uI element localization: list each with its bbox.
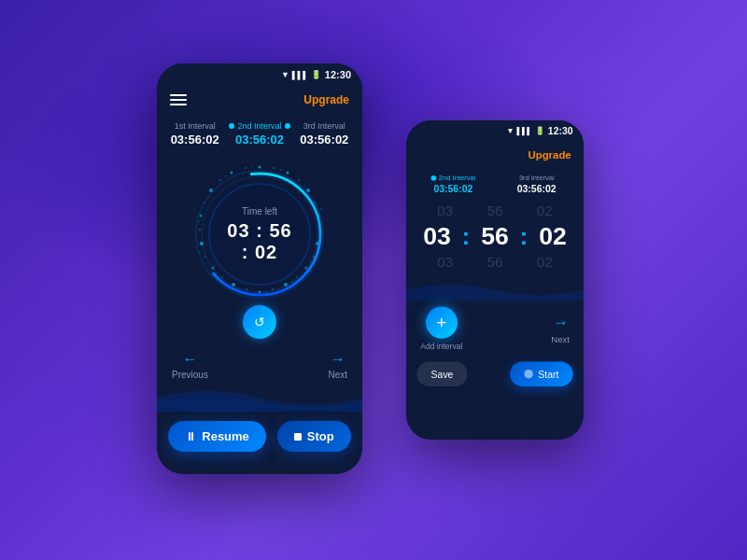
sec-interval-3-label: 3rd Interval <box>495 174 578 182</box>
scroll-row-dim-top: 03 56 02 <box>428 201 562 220</box>
status-bar-secondary: ▼ ▌▌▌ 🔋 12:30 <box>406 120 584 142</box>
start-label: Start <box>538 369 558 379</box>
pause-icon: ⏸ <box>185 430 196 443</box>
secondary-actions: Save Start <box>406 357 584 398</box>
interval-2-dot2 <box>285 123 290 129</box>
colon1: : <box>462 222 471 250</box>
seconds-active: 02 <box>535 222 571 250</box>
svg-point-28 <box>280 169 282 171</box>
hours-active: 03 <box>419 222 455 250</box>
phone-secondary: ▼ ▌▌▌ 🔋 12:30 Upgrade 2nd Interval 03:56… <box>406 120 584 440</box>
scroll-row-dim-bottom: 03 56 02 <box>428 253 562 273</box>
start-button[interactable]: Start <box>510 361 573 386</box>
timer-circle: Time left 03 : 56 : 02 <box>185 160 334 309</box>
timer-area: Time left 03 : 56 : 02 ↺ <box>157 150 362 347</box>
intervals-row-secondary: 2nd Interval 03:56:02 3rd Interval 03:56… <box>406 168 584 197</box>
interval-3-label: 3rd Interval <box>292 121 357 131</box>
add-interval-button[interactable]: + <box>426 307 458 339</box>
time-left-label: Time left <box>222 206 297 217</box>
interval-3-time: 03:56:02 <box>292 133 357 147</box>
sec-interval-2-time: 03:56:02 <box>412 183 495 193</box>
wifi-icon: ▼ <box>281 70 289 79</box>
next-area-secondary[interactable]: → Next <box>551 314 570 343</box>
prev-arrow-icon: ← <box>182 351 197 368</box>
interval-1-label: 1st Interval <box>162 121 227 131</box>
save-button[interactable]: Save <box>416 361 467 386</box>
interval-2[interactable]: 2nd Interval 03:56:02 <box>227 121 291 147</box>
svg-point-0 <box>259 166 261 169</box>
next-button[interactable]: → Next <box>328 351 347 380</box>
hours-dim-top: 03 <box>428 203 463 218</box>
interval-3[interactable]: 3rd Interval 03:56:02 <box>292 121 357 147</box>
app-header-main: Upgrade <box>157 86 362 114</box>
signal-icon-sec: ▌▌▌ <box>517 127 532 135</box>
phone-main: ▼ ▌▌▌ 🔋 12:30 Upgrade 1st Interval 03:56… <box>157 63 362 474</box>
app-header-secondary: Upgrade <box>406 142 584 169</box>
next-label-sec: Next <box>551 334 570 343</box>
interval-2-dot <box>229 123 234 129</box>
scroll-row-active[interactable]: 03 : 56 : 02 <box>419 220 571 252</box>
status-bar-main: ▼ ▌▌▌ 🔋 12:30 <box>157 63 362 86</box>
add-interval-area: + Add interval <box>420 307 462 352</box>
battery-icon: 🔋 <box>311 70 321 79</box>
colon2: : <box>520 222 529 250</box>
status-icons-secondary: ▼ ▌▌▌ 🔋 <box>506 127 544 136</box>
add-interval-label: Add interval <box>420 343 462 352</box>
previous-button[interactable]: ← Previous <box>172 351 208 380</box>
battery-icon-sec: 🔋 <box>535 127 544 136</box>
resume-label: Resume <box>202 429 249 443</box>
svg-point-1 <box>273 167 275 169</box>
refresh-icon: ↺ <box>254 315 265 329</box>
svg-point-25 <box>219 179 221 181</box>
sec-interval-3[interactable]: 3rd Interval 03:56:02 <box>495 174 578 194</box>
time-display-main: 03 : 56 : 02 <box>222 220 297 263</box>
wave-decoration <box>157 384 362 412</box>
scroll-time-picker: 03 56 02 03 : 56 : 02 03 56 02 <box>406 198 584 276</box>
secs-dim-bottom: 02 <box>527 254 562 270</box>
wave-decoration-sec <box>406 279 584 301</box>
action-buttons-main: ⏸ Resume Stop <box>157 412 362 465</box>
upgrade-button[interactable]: Upgrade <box>303 93 349 106</box>
stop-label: Stop <box>307 429 334 443</box>
hours-dim-bottom: 03 <box>428 254 463 270</box>
upgrade-button-secondary[interactable]: Upgrade <box>528 148 571 161</box>
next-label: Next <box>328 370 347 380</box>
next-arrow-sec-icon: → <box>552 314 568 332</box>
svg-point-38 <box>198 221 200 223</box>
sec-interval-3-time: 03:56:02 <box>495 183 578 193</box>
interval-2-time: 03:56:02 <box>227 133 291 147</box>
intervals-row: 1st Interval 03:56:02 2nd Interval 03:56… <box>157 114 362 150</box>
stop-icon <box>294 433 302 441</box>
minutes-active: 56 <box>477 222 513 250</box>
sec-interval-2[interactable]: 2nd Interval 03:56:02 <box>412 174 495 194</box>
start-dot-icon <box>524 370 533 379</box>
svg-point-13 <box>272 288 274 290</box>
sec-interval-2-label: 2nd Interval <box>412 174 495 182</box>
nav-buttons: ← Previous → Next <box>157 347 362 384</box>
svg-point-41 <box>251 165 253 167</box>
svg-point-27 <box>245 167 247 169</box>
svg-point-29 <box>303 185 305 187</box>
refresh-button[interactable]: ↺ <box>243 305 276 339</box>
previous-label: Previous <box>172 370 208 380</box>
status-time-main: 12:30 <box>325 69 351 80</box>
secondary-nav: + Add interval → Next <box>406 301 584 357</box>
svg-point-26 <box>231 172 233 175</box>
mins-dim-bottom: 56 <box>477 254 513 270</box>
svg-point-40 <box>225 175 227 177</box>
status-icons-main: ▼ ▌▌▌ 🔋 <box>281 70 321 79</box>
sec-dot-2 <box>430 175 436 180</box>
menu-button[interactable] <box>170 94 187 105</box>
resume-button[interactable]: ⏸ Resume <box>168 421 266 452</box>
timer-inner: Time left 03 : 56 : 02 <box>222 206 297 263</box>
svg-point-15 <box>246 288 247 290</box>
secs-dim-top: 02 <box>527 203 562 218</box>
svg-point-2 <box>287 172 289 175</box>
interval-1-time: 03:56:02 <box>162 133 227 147</box>
stop-button[interactable]: Stop <box>277 421 351 452</box>
signal-icon: ▌▌▌ <box>292 71 308 79</box>
wifi-icon-sec: ▼ <box>506 127 514 136</box>
status-time-secondary: 12:30 <box>548 126 573 136</box>
interval-1[interactable]: 1st Interval 03:56:02 <box>162 121 227 147</box>
mins-dim-top: 56 <box>477 203 513 218</box>
